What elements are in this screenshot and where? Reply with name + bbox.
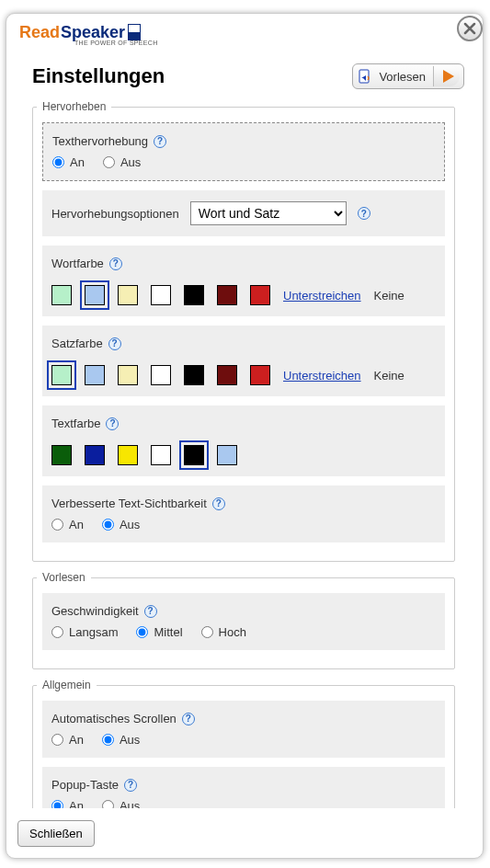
- legend-hervorheben: Hervorheben: [37, 100, 111, 113]
- color-swatch[interactable]: [85, 285, 105, 305]
- play-icon: [443, 70, 454, 83]
- label-textfarbe: Textfarbe: [51, 417, 100, 430]
- label-satzfarbe: Satzfarbe: [51, 337, 103, 350]
- underline-link[interactable]: Unterstreichen: [283, 289, 361, 303]
- group-vorlesen: Vorlesen Geschwindigkeit ? Langsam Mitte…: [32, 571, 455, 669]
- color-swatch[interactable]: [151, 365, 171, 385]
- help-icon[interactable]: ?: [106, 417, 119, 430]
- group-hervorheben: Hervorheben Texthervorhebung ? An Aus He…: [32, 100, 455, 562]
- label-popup: Popup-Taste: [51, 778, 119, 792]
- color-swatch[interactable]: [184, 365, 204, 385]
- panel-textfarbe: Textfarbe ?: [42, 405, 445, 476]
- dialog-frame: ReadSpeaker THE POWER OF SPEECH Einstell…: [6, 13, 484, 859]
- radio-popup-an[interactable]: An: [51, 799, 84, 808]
- color-swatch[interactable]: [51, 445, 72, 465]
- color-swatch[interactable]: [118, 285, 138, 305]
- panel-satzfarbe: Satzfarbe ? Unterstreichen Keine: [42, 326, 445, 396]
- logo-text-read: Read: [19, 23, 60, 42]
- swatch-row-wortfarbe: Unterstreichen Keine: [51, 285, 436, 305]
- color-swatch[interactable]: [151, 285, 171, 305]
- radio-autoscroll-aus[interactable]: Aus: [102, 733, 140, 747]
- radio-autoscroll-an[interactable]: An: [51, 733, 84, 747]
- none-link[interactable]: Keine: [374, 289, 405, 303]
- panel-hervorhebungsoptionen: Hervorhebungsoptionen Wort und Satz ?: [42, 190, 445, 236]
- color-swatch[interactable]: [184, 445, 204, 465]
- label-texthervorhebung: Texthervorhebung: [52, 134, 148, 148]
- label-sichtbarkeit: Verbesserte Text-Sichtbarkeit: [51, 497, 207, 510]
- color-swatch[interactable]: [151, 445, 171, 465]
- vorlesen-button[interactable]: Vorlesen: [352, 63, 464, 89]
- help-icon[interactable]: ?: [108, 337, 121, 350]
- radio-texthervorhebung-an[interactable]: An: [52, 155, 85, 169]
- legend-allgemein: Allgemein: [37, 679, 97, 691]
- radio-speed-medium[interactable]: Mittel: [136, 625, 182, 639]
- help-icon[interactable]: ?: [212, 497, 225, 510]
- swatch-row-satzfarbe: Unterstreichen Keine: [51, 365, 436, 385]
- panel-texthervorhebung: Texthervorhebung ? An Aus: [42, 122, 445, 181]
- speaker-icon: [359, 69, 373, 84]
- color-swatch[interactable]: [184, 285, 204, 305]
- radio-sichtbarkeit-an[interactable]: An: [51, 518, 84, 531]
- vorlesen-label: Vorlesen: [379, 70, 426, 84]
- color-swatch[interactable]: [51, 285, 72, 305]
- radio-speed-fast[interactable]: Hoch: [201, 625, 246, 639]
- page-title: Einstellungen: [32, 64, 165, 88]
- none-link[interactable]: Keine: [374, 369, 405, 383]
- label-wortfarbe: Wortfarbe: [51, 257, 104, 270]
- panel-wortfarbe: Wortfarbe ? Unterstreichen Keine: [42, 246, 445, 316]
- color-swatch[interactable]: [250, 285, 270, 305]
- swatch-row-textfarbe: [51, 445, 436, 465]
- radio-texthervorhebung-aus[interactable]: Aus: [103, 155, 141, 169]
- help-icon[interactable]: ?: [124, 779, 137, 792]
- logo-tagline: THE POWER OF SPEECH: [74, 40, 158, 46]
- group-allgemein: Allgemein Automatisches Scrollen ? An Au…: [32, 679, 455, 808]
- label-geschwindigkeit: Geschwindigkeit: [51, 604, 139, 618]
- help-icon[interactable]: ?: [109, 257, 122, 270]
- panel-geschwindigkeit: Geschwindigkeit ? Langsam Mittel Hoch: [42, 593, 445, 650]
- color-swatch[interactable]: [118, 365, 138, 385]
- help-icon[interactable]: ?: [182, 713, 195, 725]
- svg-rect-0: [359, 70, 369, 83]
- panel-autoscroll: Automatisches Scrollen ? An Aus: [42, 701, 445, 758]
- color-swatch[interactable]: [85, 445, 105, 465]
- legend-vorlesen: Vorlesen: [37, 571, 91, 584]
- color-swatch[interactable]: [217, 445, 237, 465]
- underline-link[interactable]: Unterstreichen: [283, 369, 361, 383]
- footer: Schließen: [17, 820, 95, 847]
- radio-sichtbarkeit-aus[interactable]: Aus: [102, 518, 140, 531]
- color-swatch[interactable]: [250, 365, 270, 385]
- color-swatch[interactable]: [217, 285, 237, 305]
- radio-speed-slow[interactable]: Langsam: [51, 625, 118, 639]
- help-icon[interactable]: ?: [358, 207, 370, 220]
- play-button[interactable]: [433, 66, 460, 86]
- panel-sichtbarkeit: Verbesserte Text-Sichtbarkeit ? An Aus: [42, 485, 445, 542]
- highlight-mode-select[interactable]: Wort und Satz: [190, 201, 347, 225]
- header-row: Einstellungen Vorlesen: [19, 54, 468, 100]
- close-button[interactable]: Schließen: [17, 820, 95, 847]
- color-swatch[interactable]: [217, 365, 237, 385]
- label-autoscroll: Automatisches Scrollen: [51, 712, 177, 725]
- color-swatch[interactable]: [51, 365, 72, 385]
- help-icon[interactable]: ?: [144, 605, 157, 618]
- help-icon[interactable]: ?: [154, 135, 166, 148]
- label-hervorhebungsoptionen: Hervorhebungsoptionen: [51, 207, 179, 221]
- close-icon[interactable]: [457, 16, 483, 41]
- speaker-device-icon: [128, 24, 141, 40]
- color-swatch[interactable]: [85, 365, 105, 385]
- color-swatch[interactable]: [118, 445, 138, 465]
- radio-popup-aus[interactable]: Aus: [102, 799, 140, 808]
- panel-popup: Popup-Taste ? An Aus: [42, 767, 445, 808]
- scroll-area[interactable]: Einstellungen Vorlesen Hervorheben Texth…: [19, 54, 473, 808]
